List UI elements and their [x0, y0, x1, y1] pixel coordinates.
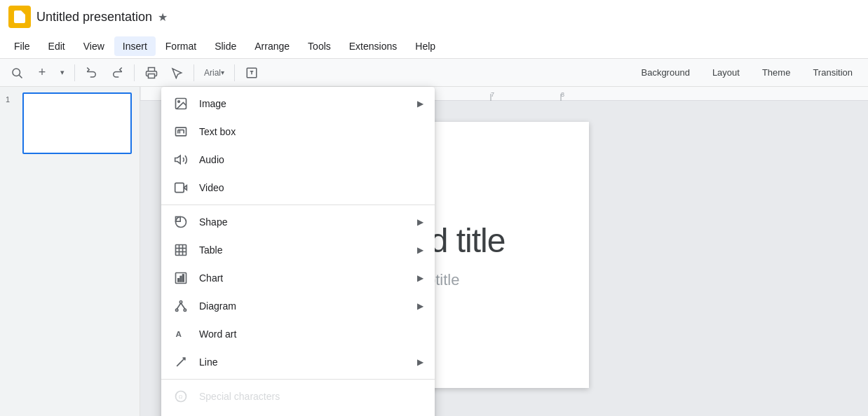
insert-diagram-item[interactable]: Diagram ▶ — [161, 292, 435, 320]
divider-after-line — [161, 379, 435, 380]
diagram-arrow-icon: ▶ — [417, 301, 423, 311]
app-icon — [8, 6, 31, 28]
toolbar-divider-1 — [74, 64, 75, 81]
insert-chart-item[interactable]: Chart ▶ — [161, 264, 435, 292]
shape-icon — [172, 214, 189, 230]
insert-table-item[interactable]: Table ▶ — [161, 236, 435, 264]
image-icon — [172, 95, 189, 112]
insert-textbox-item[interactable]: Text box — [161, 118, 435, 146]
insert-shape-label: Shape — [199, 216, 417, 228]
audio-icon — [172, 151, 189, 168]
diagram-icon — [172, 298, 189, 314]
menu-file[interactable]: File — [6, 36, 39, 56]
chart-arrow-icon: ▶ — [417, 273, 423, 283]
wordart-icon: A — [172, 326, 189, 342]
insert-video-item[interactable]: Video — [161, 174, 435, 202]
svg-text:8: 8 — [561, 91, 564, 98]
toolbar-divider-4 — [234, 64, 235, 81]
svg-text:7: 7 — [491, 91, 494, 98]
menu-view[interactable]: View — [75, 36, 113, 56]
image-arrow-icon: ▶ — [417, 99, 423, 109]
svg-point-40 — [179, 301, 182, 303]
video-icon — [172, 179, 189, 196]
toolbar-divider-3 — [194, 64, 194, 81]
insert-dropdown-menu: Image ▶ Text box Audio — [161, 87, 435, 416]
title-bar: Untitled presentation ★ — [0, 0, 868, 34]
chart-icon — [172, 270, 189, 286]
shape-arrow-icon: ▶ — [417, 217, 423, 227]
toolbar: + ▾ Arial ▾ — [0, 59, 868, 87]
toolbar-divider-2 — [134, 64, 135, 81]
insert-specialchars-item: Ω Special characters — [161, 382, 435, 410]
menu-slide[interactable]: Slide — [206, 36, 245, 56]
transition-button[interactable]: Transition — [803, 62, 862, 83]
menu-help[interactable]: Help — [407, 36, 444, 56]
background-button[interactable]: Background — [631, 62, 699, 83]
redo-button[interactable] — [106, 62, 128, 84]
text-style-btn[interactable]: Arial ▾ — [200, 62, 229, 84]
zoom-button[interactable] — [6, 62, 28, 84]
insert-diagram-label: Diagram — [199, 300, 417, 312]
insert-specialchars-label: Special characters — [199, 391, 423, 402]
insert-video-label: Video — [199, 182, 423, 193]
layout-button[interactable]: Layout — [703, 62, 750, 83]
insert-wordart-label: Word art — [199, 328, 423, 340]
insert-image-item[interactable]: Image ▶ — [161, 90, 435, 118]
svg-marker-26 — [175, 155, 180, 164]
insert-animation-item: Animation — [161, 410, 435, 416]
insert-chart-label: Chart — [199, 272, 417, 284]
svg-rect-27 — [175, 183, 184, 192]
insert-line-item[interactable]: Line ▶ — [161, 348, 435, 376]
svg-point-0 — [13, 69, 20, 76]
menu-tools[interactable]: Tools — [299, 36, 339, 56]
svg-text:A: A — [176, 329, 182, 338]
svg-line-44 — [181, 303, 185, 309]
menu-arrange[interactable]: Arrange — [246, 36, 298, 56]
insert-textbox-toolbar[interactable] — [240, 62, 263, 84]
svg-rect-31 — [176, 245, 187, 256]
menu-edit[interactable]: Edit — [40, 36, 74, 56]
insert-line-label: Line — [199, 356, 417, 368]
line-arrow-icon: ▶ — [417, 357, 423, 367]
slide-thumbnail-container: 1 — [6, 92, 134, 154]
insert-audio-item[interactable]: Audio — [161, 146, 435, 174]
svg-line-46 — [177, 358, 185, 366]
svg-rect-2 — [149, 74, 155, 78]
add-button[interactable]: + — [31, 62, 53, 84]
table-icon — [172, 242, 189, 258]
slide-number: 1 — [6, 95, 17, 104]
insert-audio-label: Audio — [199, 154, 423, 165]
svg-rect-21 — [176, 127, 187, 136]
svg-line-1 — [19, 75, 22, 78]
svg-text:Ω: Ω — [179, 394, 183, 400]
star-icon[interactable]: ★ — [158, 11, 168, 24]
undo-button[interactable] — [81, 62, 103, 84]
svg-point-41 — [176, 309, 178, 311]
zoom-chevron: ▾ — [60, 68, 65, 77]
cursor-button[interactable] — [165, 62, 188, 84]
slide-thumb-1[interactable] — [22, 92, 132, 154]
slide-panel: 1 — [0, 87, 140, 416]
svg-line-43 — [177, 303, 181, 309]
theme-button[interactable]: Theme — [752, 62, 800, 83]
textbox-icon — [172, 123, 189, 140]
insert-textbox-label: Text box — [199, 126, 423, 137]
toolbar-right: Background Layout Theme Transition — [631, 62, 862, 83]
svg-rect-37 — [178, 279, 179, 282]
insert-table-label: Table — [199, 244, 417, 256]
table-arrow-icon: ▶ — [417, 245, 423, 255]
presentation-title[interactable]: Untitled presentation — [36, 10, 152, 25]
svg-point-42 — [184, 309, 186, 311]
insert-image-label: Image — [199, 98, 417, 109]
menu-format[interactable]: Format — [157, 36, 205, 56]
line-icon — [172, 354, 189, 370]
svg-rect-39 — [183, 275, 184, 282]
menu-extensions[interactable]: Extensions — [341, 36, 405, 56]
specialchars-icon: Ω — [172, 388, 189, 405]
menu-insert[interactable]: Insert — [114, 36, 156, 56]
print-button[interactable] — [140, 62, 163, 84]
insert-shape-item[interactable]: Shape ▶ — [161, 208, 435, 236]
zoom-level-btn[interactable]: ▾ — [56, 62, 69, 84]
insert-wordart-item[interactable]: A Word art — [161, 320, 435, 348]
divider-after-video — [161, 204, 435, 205]
